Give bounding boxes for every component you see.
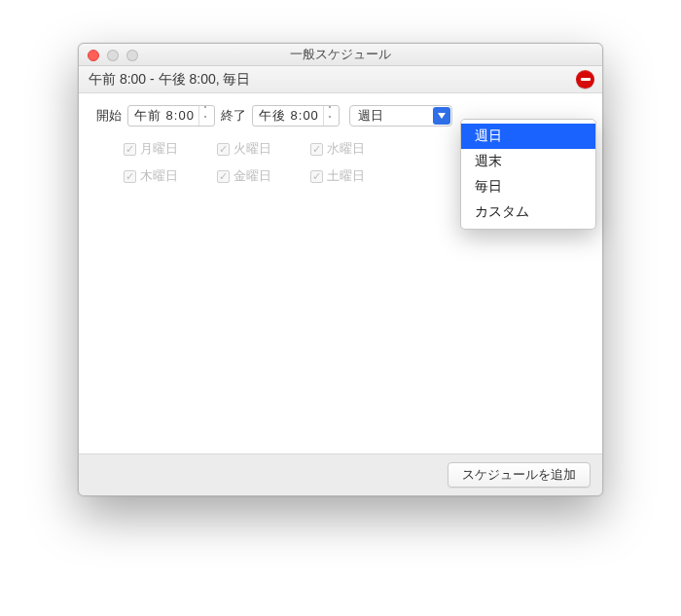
chevron-down-icon [438, 113, 446, 119]
checkbox-icon[interactable]: ✓ [124, 143, 136, 156]
day-tuesday: ✓ 火曜日 [217, 140, 310, 158]
end-time-stepper[interactable]: ˄ ˅ [323, 106, 337, 126]
day-wednesday: ✓ 水曜日 [310, 140, 404, 158]
dropdown-option-weekend[interactable]: 週末 [461, 149, 595, 174]
schedule-summary-row: 午前 8:00 - 午後 8:00, 毎日 [79, 66, 602, 93]
schedule-body: 開始 午前 8:00 ˄ ˅ 終了 午後 8:00 ˄ ˅ 週日 [79, 93, 602, 454]
day-label: 水曜日 [327, 140, 365, 158]
day-label: 木曜日 [140, 167, 178, 185]
remove-schedule-button[interactable] [576, 70, 594, 89]
day-label: 金曜日 [233, 167, 271, 185]
dropdown-option-everyday[interactable]: 毎日 [461, 174, 595, 199]
checkbox-icon[interactable]: ✓ [217, 170, 230, 183]
checkbox-icon[interactable]: ✓ [310, 143, 323, 156]
end-time-value: 午後 8:00 [259, 107, 319, 125]
end-time-field[interactable]: 午後 8:00 ˄ ˅ [252, 105, 340, 127]
day-saturday: ✓ 土曜日 [310, 167, 404, 185]
day-label: 土曜日 [327, 167, 365, 185]
day-monday: ✓ 月曜日 [124, 140, 217, 158]
close-window-button[interactable] [88, 50, 99, 61]
footer: スケジュールを追加 [79, 454, 602, 495]
checkbox-icon[interactable]: ✓ [217, 143, 230, 156]
day-label: 火曜日 [233, 140, 271, 158]
checkbox-icon[interactable]: ✓ [310, 170, 323, 183]
titlebar: 一般スケジュール [79, 44, 602, 66]
chevron-down-icon: ˅ [324, 116, 337, 126]
start-label: 開始 [96, 107, 122, 125]
dropdown-option-weekday[interactable]: 週日 [461, 124, 595, 149]
schedule-summary-text: 午前 8:00 - 午後 8:00, 毎日 [89, 71, 251, 89]
dropdown-option-custom[interactable]: カスタム [461, 199, 595, 225]
schedule-window: 一般スケジュール 午前 8:00 - 午後 8:00, 毎日 開始 午前 8:0… [78, 43, 603, 496]
day-preset-dropdown: 週日 週末 毎日 カスタム [460, 119, 596, 230]
day-friday: ✓ 金曜日 [217, 167, 310, 185]
combo-arrow-button[interactable] [433, 107, 450, 125]
combo-value: 週日 [358, 107, 383, 125]
start-time-stepper[interactable]: ˄ ˅ [198, 106, 212, 126]
minimize-window-button[interactable] [107, 50, 119, 61]
window-title: 一般スケジュール [290, 46, 391, 63]
start-time-field[interactable]: 午前 8:00 ˄ ˅ [127, 105, 215, 127]
day-thursday: ✓ 木曜日 [124, 167, 217, 185]
start-time-value: 午前 8:00 [134, 107, 195, 125]
maximize-window-button[interactable] [126, 50, 138, 61]
day-preset-combo[interactable]: 週日 [349, 105, 452, 127]
day-label: 月曜日 [140, 140, 178, 158]
end-label: 終了 [221, 107, 246, 125]
minus-icon [581, 78, 591, 81]
add-schedule-button[interactable]: スケジュールを追加 [448, 462, 591, 488]
traffic-lights [88, 50, 138, 61]
checkbox-icon[interactable]: ✓ [124, 170, 136, 183]
chevron-down-icon: ˅ [199, 116, 212, 126]
